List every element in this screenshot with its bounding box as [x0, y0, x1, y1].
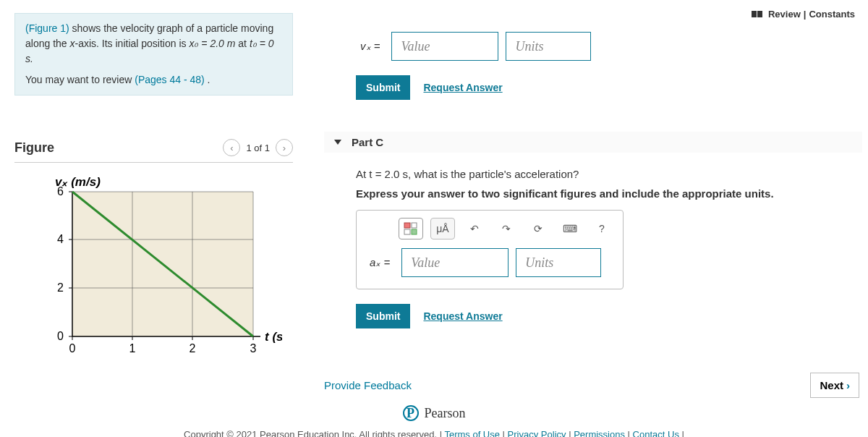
problem-intro: (Figure 1) shows the velocity graph of a…: [14, 13, 293, 96]
undo-icon[interactable]: ↶: [462, 218, 487, 239]
pager-prev-button[interactable]: ‹: [223, 139, 240, 156]
footer: Copyright © 2021 Pearson Education Inc. …: [0, 429, 868, 437]
svg-text:0: 0: [57, 330, 64, 342]
svg-text:vₓ (m/s): vₓ (m/s): [55, 177, 101, 189]
figure-title: Figure: [14, 140, 54, 156]
request-answer-c[interactable]: Request Answer: [423, 310, 502, 322]
svg-text:t (s): t (s): [265, 330, 282, 344]
part-c-title: Part C: [352, 136, 383, 148]
privacy-link[interactable]: Privacy Policy: [508, 429, 566, 437]
ax-units-input[interactable]: Units: [516, 248, 601, 277]
pearson-brand: P Pearson: [0, 405, 868, 421]
svg-text:1: 1: [129, 342, 136, 355]
pages-link[interactable]: (Pages 44 - 48): [135, 74, 205, 85]
svg-text:4: 4: [57, 233, 64, 245]
figure-header: Figure ‹ 1 of 1 ›: [14, 139, 293, 163]
svg-text:3: 3: [250, 342, 257, 355]
templates-icon[interactable]: [399, 218, 423, 239]
svg-text:0: 0: [69, 342, 76, 355]
request-answer-b[interactable]: Request Answer: [423, 82, 502, 93]
part-c-question: At t = 2.0 s, what is the particle's acc…: [356, 166, 862, 183]
keyboard-icon[interactable]: ⌨: [558, 218, 582, 239]
velocity-graph: 0 2 4 6 0 1 2 3 vₓ (m/s) t (s): [36, 177, 282, 365]
svg-rect-29: [412, 223, 417, 228]
part-c-instruction: Express your answer to two significant f…: [356, 187, 862, 200]
figure-link[interactable]: (Figure 1): [25, 22, 69, 34]
redo-icon[interactable]: ↷: [494, 218, 519, 239]
part-b-answer: vₓ = Value Units Submit Request Answer: [356, 32, 862, 100]
reset-icon[interactable]: ⟳: [526, 218, 550, 239]
part-c-header[interactable]: Part C: [324, 132, 862, 153]
permissions-link[interactable]: Permissions: [574, 429, 625, 437]
ax-value-input[interactable]: Value: [401, 248, 509, 277]
pager-label: 1 of 1: [246, 143, 270, 153]
chevron-right-icon: ›: [846, 379, 850, 391]
submit-button-c[interactable]: Submit: [356, 304, 410, 328]
svg-rect-31: [412, 229, 417, 234]
next-button[interactable]: Next ›: [810, 373, 859, 398]
svg-rect-30: [404, 229, 410, 234]
terms-link[interactable]: Terms of Use: [444, 429, 500, 437]
mu-angstrom-button[interactable]: μÅ: [430, 218, 455, 239]
provide-feedback-link[interactable]: Provide Feedback: [324, 379, 412, 391]
vx-label: vₓ =: [356, 32, 384, 61]
pearson-logo-icon: P: [403, 405, 419, 421]
svg-text:2: 2: [190, 342, 196, 355]
ax-label: aₓ =: [365, 248, 394, 277]
figure-pager: ‹ 1 of 1 ›: [223, 139, 293, 156]
svg-text:2: 2: [57, 281, 64, 294]
help-button[interactable]: ?: [590, 218, 614, 239]
vx-units-input[interactable]: Units: [506, 32, 591, 61]
pager-next-button[interactable]: ›: [276, 139, 293, 156]
vx-value-input[interactable]: Value: [391, 32, 498, 61]
collapse-icon: [334, 140, 341, 145]
part-c-answerbox: μÅ ↶ ↷ ⟳ ⌨ ? aₓ = Value Units: [356, 210, 624, 289]
contact-link[interactable]: Contact Us: [633, 429, 679, 437]
svg-rect-28: [404, 223, 410, 228]
submit-button-b[interactable]: Submit: [356, 75, 410, 100]
